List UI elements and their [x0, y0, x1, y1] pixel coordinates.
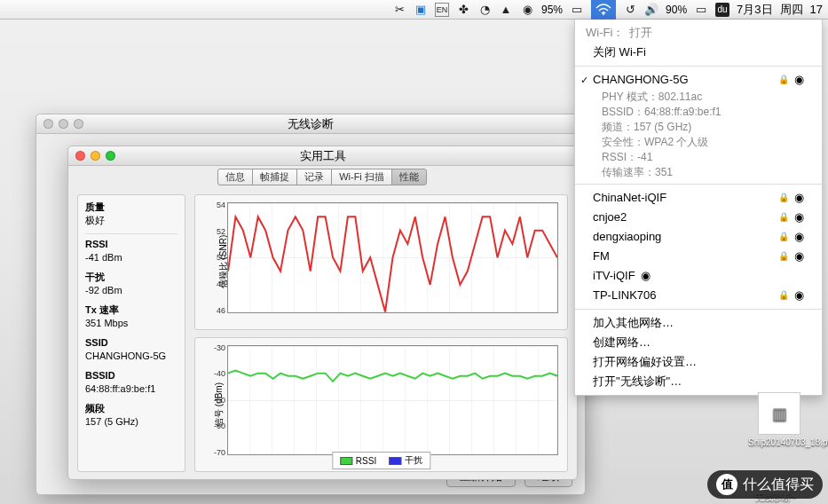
tx-label: Tx 速率	[85, 304, 119, 315]
tab-performance[interactable]: 性能	[391, 169, 427, 185]
signal-icon: ◉	[794, 72, 804, 88]
lock-icon: 🔒	[778, 248, 789, 264]
join-other[interactable]: 加入其他网络…	[575, 313, 822, 333]
wifi-network[interactable]: iTV-iQIF◉	[575, 266, 822, 286]
util-title: 实用工具	[300, 148, 346, 164]
minimize-icon[interactable]	[91, 151, 100, 161]
wifi-network[interactable]: FM🔒◉	[575, 247, 822, 266]
file-name: Snip20140703_18.png	[748, 437, 810, 447]
quality-value: 极好	[85, 215, 105, 225]
timer-icon[interactable]: ◔	[477, 3, 492, 17]
file-thumbnail-icon: ▥	[758, 392, 800, 435]
volume-icon[interactable]: 🔊	[644, 3, 658, 17]
bssid-value: 64:88:ff:a9:be:f1	[85, 383, 155, 394]
wifi-network[interactable]: TP-LINK706🔒◉	[575, 286, 822, 305]
noise-label: 干扰	[85, 272, 105, 282]
desktop-file[interactable]: ▥ Snip20140703_18.png	[748, 392, 810, 447]
open-prefs[interactable]: 打开网络偏好设置…	[575, 352, 822, 372]
wifi-dropdown: Wi-Fi：打开 关闭 Wi-Fi ✓ CHANGHONG-5G 🔒 ◉ PHY…	[574, 20, 823, 396]
battery-ext-pct: 95%	[541, 4, 563, 16]
signal-icon: ◉	[794, 190, 804, 206]
noise-value: -92 dBm	[85, 285, 122, 295]
tab-scan[interactable]: Wi-Fi 扫描	[331, 169, 392, 185]
menubar: ✂ ▣ EN ✤ ◔ ▲ ◉ 95% ▭ ↺ 🔊 90% ▭ du 7月3日 周…	[0, 0, 828, 20]
turn-off-wifi[interactable]: 关闭 Wi-Fi	[575, 43, 822, 62]
zoom-icon[interactable]	[106, 151, 115, 161]
battery-icon[interactable]: ▭	[694, 3, 708, 17]
legend-rssi: RSSI	[356, 456, 376, 466]
traffic-lights[interactable]	[75, 151, 115, 161]
notification-icon[interactable]: ▲	[499, 3, 513, 17]
lock-icon: 🔒	[778, 229, 789, 245]
legend-noise: 干扰	[405, 455, 422, 465]
lock-icon: 🔒	[778, 190, 789, 206]
bssid-label: BSSID	[85, 370, 115, 381]
connected-network-name: CHANGHONG-5G	[593, 72, 689, 88]
scissors-icon[interactable]: ✂	[392, 3, 406, 17]
signal-icon: ◉	[794, 287, 804, 303]
snr-chart: 信噪比 (SNR) 5452504846	[194, 194, 568, 330]
sync-icon[interactable]: ↺	[623, 3, 637, 17]
clover-icon[interactable]: ✤	[456, 3, 470, 17]
wifi-icon[interactable]	[591, 0, 616, 20]
utilities-window: 实用工具 信息 帧捕捉 记录 Wi-Fi 扫描 性能 质量极好 RSSI-41 …	[67, 146, 578, 480]
connected-network[interactable]: ✓ CHANGHONG-5G 🔒 ◉	[575, 70, 822, 90]
menubar-time: 17	[810, 3, 823, 16]
traffic-lights[interactable]	[43, 119, 83, 129]
disc-icon[interactable]: ◉	[520, 3, 534, 17]
wifi-network[interactable]: cnjoe2🔒◉	[575, 208, 822, 227]
band-value: 157 (5 GHz)	[85, 416, 138, 427]
tab-info[interactable]: 信息	[217, 169, 253, 185]
util-titlebar[interactable]: 实用工具	[68, 146, 577, 166]
create-network[interactable]: 创建网络…	[575, 333, 822, 352]
watermark: 值什么值得买	[707, 470, 823, 499]
tab-frame[interactable]: 帧捕捉	[252, 169, 297, 185]
signal-icon: ◉	[794, 248, 804, 264]
minimize-icon[interactable]	[59, 119, 68, 129]
zoom-icon[interactable]	[74, 119, 83, 129]
ssid-value: CHANGHONG-5G	[85, 350, 166, 361]
menubar-weekday: 周四	[780, 2, 803, 18]
rssi-label: RSSI	[85, 239, 108, 249]
signal-icon: ◉	[794, 209, 804, 225]
du-icon[interactable]: du	[715, 3, 729, 17]
tab-bar: 信息 帧捕捉 记录 Wi-Fi 扫描 性能	[68, 166, 577, 187]
tab-log[interactable]: 记录	[296, 169, 332, 185]
diag-titlebar[interactable]: 无线诊断	[36, 114, 585, 134]
svg-point-0	[603, 13, 604, 15]
teamviewer-icon[interactable]: ▣	[414, 3, 428, 17]
stats-sidebar: 质量极好 RSSI-41 dBm 干扰-92 dBm Tx 速率351 Mbps…	[77, 194, 185, 472]
chart-legend: RSSI 干扰	[332, 452, 430, 469]
signal-icon: ◉	[794, 229, 804, 245]
battery-pct: 90%	[666, 4, 687, 16]
lock-icon: 🔒	[778, 287, 789, 303]
wifi-status-label: Wi-Fi：	[586, 25, 624, 41]
open-diagnostics[interactable]: 打开"无线诊断"…	[575, 372, 822, 391]
menubar-date[interactable]: 7月3日	[737, 2, 772, 18]
diag-title: 无线诊断	[288, 116, 334, 132]
lock-icon: 🔒	[778, 72, 789, 88]
close-icon[interactable]	[43, 119, 53, 129]
rssi-value: -41 dBm	[85, 252, 122, 263]
checkmark-icon: ✓	[580, 72, 588, 88]
ssid-label: SSID	[85, 337, 108, 348]
wifi-network[interactable]: ChinaNet-iQIF🔒◉	[575, 188, 822, 208]
signal-icon: ◉	[641, 268, 651, 284]
close-icon[interactable]	[75, 151, 85, 161]
language-icon[interactable]: EN	[435, 3, 449, 17]
tx-value: 351 Mbps	[85, 318, 128, 328]
wifi-status-value: 打开	[629, 25, 652, 41]
signal-chart: 信号 (dBm) -30-40-50-60-70 RSSI 干扰	[194, 337, 568, 473]
quality-label: 质量	[85, 201, 105, 212]
lock-icon: 🔒	[778, 209, 789, 225]
wifi-network[interactable]: dengxiaoping🔒◉	[575, 227, 822, 247]
band-label: 频段	[85, 403, 105, 413]
battery-ext-icon[interactable]: ▭	[570, 3, 584, 17]
